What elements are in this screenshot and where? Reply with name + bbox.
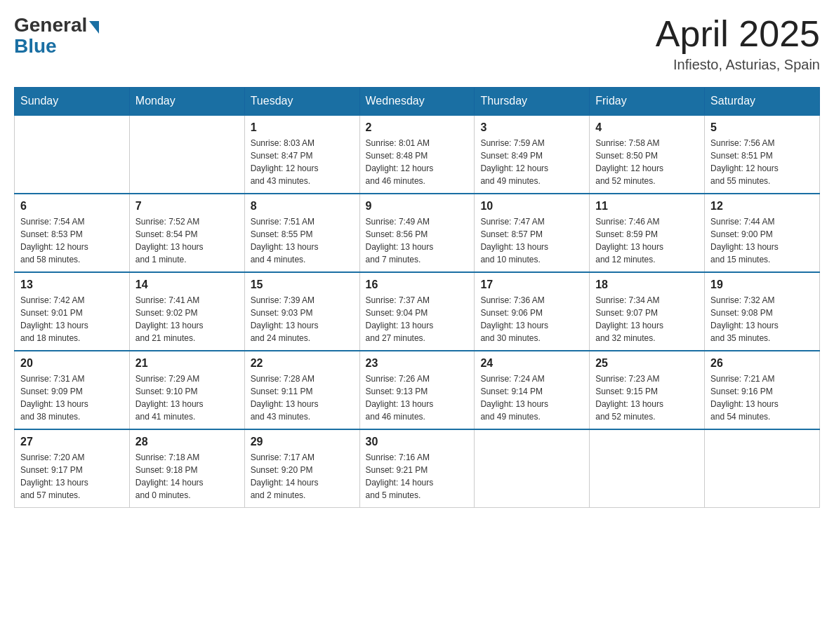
day-number: 24 [480, 357, 583, 370]
calendar-cell: 16Sunrise: 7:37 AMSunset: 9:04 PMDayligh… [359, 272, 475, 351]
calendar-cell [129, 115, 244, 194]
logo-arrow-icon [89, 21, 99, 34]
calendar-cell: 3Sunrise: 7:59 AMSunset: 8:49 PMDaylight… [475, 115, 590, 194]
calendar-cell: 13Sunrise: 7:42 AMSunset: 9:01 PMDayligh… [15, 272, 130, 351]
day-info: Sunrise: 8:03 AMSunset: 8:47 PMDaylight:… [251, 137, 354, 187]
header-saturday: Saturday [705, 88, 820, 116]
calendar-cell: 7Sunrise: 7:52 AMSunset: 8:54 PMDaylight… [129, 194, 244, 272]
calendar-cell: 11Sunrise: 7:46 AMSunset: 8:59 PMDayligh… [590, 194, 705, 272]
calendar-cell: 22Sunrise: 7:28 AMSunset: 9:11 PMDayligh… [244, 351, 359, 429]
title-block: April 2025 Infiesto, Asturias, Spain [656, 14, 820, 73]
day-info: Sunrise: 7:36 AMSunset: 9:06 PMDaylight:… [480, 294, 583, 344]
day-number: 1 [251, 121, 354, 134]
calendar-cell: 30Sunrise: 7:16 AMSunset: 9:21 PMDayligh… [359, 429, 475, 508]
header-friday: Friday [590, 88, 705, 116]
calendar-cell: 18Sunrise: 7:34 AMSunset: 9:07 PMDayligh… [590, 272, 705, 351]
header-sunday: Sunday [15, 88, 130, 116]
day-number: 10 [480, 200, 583, 213]
day-info: Sunrise: 7:31 AMSunset: 9:09 PMDaylight:… [20, 373, 124, 423]
calendar-cell: 15Sunrise: 7:39 AMSunset: 9:03 PMDayligh… [244, 272, 359, 351]
day-info: Sunrise: 7:26 AMSunset: 9:13 PMDaylight:… [366, 373, 469, 423]
calendar-cell: 25Sunrise: 7:23 AMSunset: 9:15 PMDayligh… [590, 351, 705, 429]
day-number: 17 [480, 279, 583, 291]
day-info: Sunrise: 7:59 AMSunset: 8:49 PMDaylight:… [480, 137, 583, 187]
day-info: Sunrise: 7:24 AMSunset: 9:14 PMDaylight:… [480, 373, 583, 423]
day-info: Sunrise: 7:20 AMSunset: 9:17 PMDaylight:… [20, 451, 124, 502]
location-title: Infiesto, Asturias, Spain [656, 57, 820, 73]
calendar-cell: 27Sunrise: 7:20 AMSunset: 9:17 PMDayligh… [15, 429, 130, 508]
day-info: Sunrise: 7:46 AMSunset: 8:59 PMDaylight:… [595, 215, 699, 266]
day-info: Sunrise: 7:47 AMSunset: 8:57 PMDaylight:… [480, 215, 583, 266]
month-title: April 2025 [656, 14, 820, 54]
day-number: 14 [135, 279, 239, 291]
header-wednesday: Wednesday [359, 88, 475, 116]
calendar-cell: 9Sunrise: 7:49 AMSunset: 8:56 PMDaylight… [359, 194, 475, 272]
day-number: 8 [251, 200, 354, 213]
day-number: 28 [135, 436, 239, 448]
day-info: Sunrise: 7:51 AMSunset: 8:55 PMDaylight:… [251, 215, 354, 266]
day-info: Sunrise: 7:44 AMSunset: 9:00 PMDaylight:… [710, 215, 814, 266]
day-number: 5 [710, 121, 814, 134]
day-number: 19 [710, 279, 814, 291]
calendar-week-row: 13Sunrise: 7:42 AMSunset: 9:01 PMDayligh… [15, 272, 820, 351]
day-number: 6 [20, 200, 124, 213]
calendar-cell [15, 115, 130, 194]
day-number: 2 [366, 121, 469, 134]
calendar-cell: 17Sunrise: 7:36 AMSunset: 9:06 PMDayligh… [475, 272, 590, 351]
calendar-table: Sunday Monday Tuesday Wednesday Thursday… [14, 87, 820, 508]
day-info: Sunrise: 7:41 AMSunset: 9:02 PMDaylight:… [135, 294, 239, 344]
calendar-cell: 24Sunrise: 7:24 AMSunset: 9:14 PMDayligh… [475, 351, 590, 429]
calendar-cell: 19Sunrise: 7:32 AMSunset: 9:08 PMDayligh… [705, 272, 820, 351]
day-number: 9 [366, 200, 469, 213]
day-number: 13 [20, 279, 124, 291]
day-info: Sunrise: 7:42 AMSunset: 9:01 PMDaylight:… [20, 294, 124, 344]
day-number: 15 [251, 279, 354, 291]
calendar-cell: 4Sunrise: 7:58 AMSunset: 8:50 PMDaylight… [590, 115, 705, 194]
day-info: Sunrise: 7:37 AMSunset: 9:04 PMDaylight:… [366, 294, 469, 344]
day-number: 18 [595, 279, 699, 291]
logo: General Blue [14, 14, 99, 58]
day-number: 21 [135, 357, 239, 370]
calendar-header-row: Sunday Monday Tuesday Wednesday Thursday… [15, 88, 820, 116]
day-number: 3 [480, 121, 583, 134]
calendar-cell: 1Sunrise: 8:03 AMSunset: 8:47 PMDaylight… [244, 115, 359, 194]
calendar-cell: 6Sunrise: 7:54 AMSunset: 8:53 PMDaylight… [15, 194, 130, 272]
day-info: Sunrise: 7:54 AMSunset: 8:53 PMDaylight:… [20, 215, 124, 266]
day-number: 22 [251, 357, 354, 370]
calendar-cell: 2Sunrise: 8:01 AMSunset: 8:48 PMDaylight… [359, 115, 475, 194]
header-monday: Monday [129, 88, 244, 116]
logo-general-text: General [14, 14, 87, 36]
day-info: Sunrise: 7:29 AMSunset: 9:10 PMDaylight:… [135, 373, 239, 423]
day-info: Sunrise: 7:28 AMSunset: 9:11 PMDaylight:… [251, 373, 354, 423]
calendar-cell: 26Sunrise: 7:21 AMSunset: 9:16 PMDayligh… [705, 351, 820, 429]
day-number: 26 [710, 357, 814, 370]
calendar-cell: 5Sunrise: 7:56 AMSunset: 8:51 PMDaylight… [705, 115, 820, 194]
calendar-week-row: 27Sunrise: 7:20 AMSunset: 9:17 PMDayligh… [15, 429, 820, 508]
day-info: Sunrise: 7:23 AMSunset: 9:15 PMDaylight:… [595, 373, 699, 423]
day-info: Sunrise: 7:56 AMSunset: 8:51 PMDaylight:… [710, 137, 814, 187]
calendar-week-row: 20Sunrise: 7:31 AMSunset: 9:09 PMDayligh… [15, 351, 820, 429]
calendar-cell: 23Sunrise: 7:26 AMSunset: 9:13 PMDayligh… [359, 351, 475, 429]
day-number: 12 [710, 200, 814, 213]
day-info: Sunrise: 7:58 AMSunset: 8:50 PMDaylight:… [595, 137, 699, 187]
calendar-cell [705, 429, 820, 508]
calendar-cell [590, 429, 705, 508]
day-number: 27 [20, 436, 124, 448]
header-tuesday: Tuesday [244, 88, 359, 116]
calendar-cell: 10Sunrise: 7:47 AMSunset: 8:57 PMDayligh… [475, 194, 590, 272]
day-info: Sunrise: 7:16 AMSunset: 9:21 PMDaylight:… [366, 451, 469, 502]
page-header: General Blue April 2025 Infiesto, Asturi… [14, 14, 820, 73]
day-number: 7 [135, 200, 239, 213]
day-number: 11 [595, 200, 699, 213]
calendar-cell: 21Sunrise: 7:29 AMSunset: 9:10 PMDayligh… [129, 351, 244, 429]
calendar-cell: 12Sunrise: 7:44 AMSunset: 9:00 PMDayligh… [705, 194, 820, 272]
day-info: Sunrise: 7:32 AMSunset: 9:08 PMDaylight:… [710, 294, 814, 344]
day-number: 16 [366, 279, 469, 291]
day-number: 25 [595, 357, 699, 370]
day-number: 29 [251, 436, 354, 448]
day-info: Sunrise: 8:01 AMSunset: 8:48 PMDaylight:… [366, 137, 469, 187]
day-info: Sunrise: 7:34 AMSunset: 9:07 PMDaylight:… [595, 294, 699, 344]
calendar-week-row: 1Sunrise: 8:03 AMSunset: 8:47 PMDaylight… [15, 115, 820, 194]
header-thursday: Thursday [475, 88, 590, 116]
day-info: Sunrise: 7:52 AMSunset: 8:54 PMDaylight:… [135, 215, 239, 266]
